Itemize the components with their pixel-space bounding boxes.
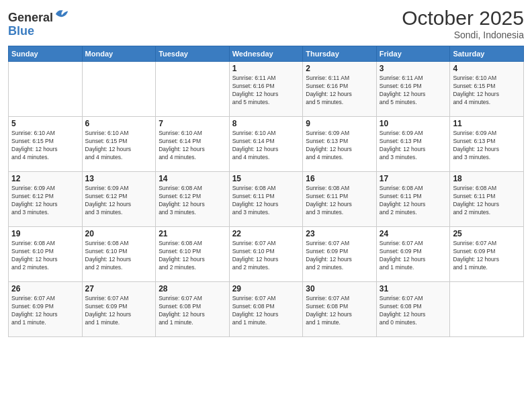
day-number: 1 (232, 64, 300, 73)
calendar-cell (9, 62, 83, 117)
logo-blue-text: Blue (8, 24, 34, 38)
day-number: 6 (85, 119, 153, 128)
day-number: 3 (380, 64, 447, 73)
day-info: Sunrise: 6:08 AM Sunset: 6:12 PM Dayligh… (159, 185, 226, 217)
month-title: October 2025 (402, 7, 524, 30)
header-friday: Friday (376, 46, 450, 62)
day-info: Sunrise: 6:10 AM Sunset: 6:15 PM Dayligh… (85, 130, 153, 162)
day-info: Sunrise: 6:07 AM Sunset: 6:09 PM Dayligh… (85, 295, 153, 327)
calendar-cell: 17Sunrise: 6:08 AM Sunset: 6:11 PM Dayli… (376, 172, 450, 227)
calendar-cell: 7Sunrise: 6:10 AM Sunset: 6:14 PM Daylig… (156, 117, 230, 172)
day-number: 15 (232, 174, 300, 183)
calendar-cell: 28Sunrise: 6:07 AM Sunset: 6:08 PM Dayli… (156, 282, 230, 337)
calendar-week-row: 26Sunrise: 6:07 AM Sunset: 6:09 PM Dayli… (9, 282, 524, 337)
calendar-cell: 13Sunrise: 6:09 AM Sunset: 6:12 PM Dayli… (82, 172, 156, 227)
calendar-week-row: 5Sunrise: 6:10 AM Sunset: 6:15 PM Daylig… (9, 117, 524, 172)
page-header: General Blue October 2025 Sondi, Indones… (8, 7, 524, 40)
day-info: Sunrise: 6:07 AM Sunset: 6:08 PM Dayligh… (159, 295, 226, 327)
day-number: 27 (85, 284, 153, 293)
header-wednesday: Wednesday (229, 46, 303, 62)
day-number: 23 (306, 229, 373, 238)
logo-general-text: General (8, 11, 53, 24)
day-number: 8 (232, 119, 300, 128)
calendar-cell: 15Sunrise: 6:08 AM Sunset: 6:11 PM Dayli… (229, 172, 303, 227)
header-tuesday: Tuesday (156, 46, 230, 62)
day-info: Sunrise: 6:10 AM Sunset: 6:14 PM Dayligh… (159, 130, 226, 162)
day-number: 17 (380, 174, 447, 183)
calendar-week-row: 1Sunrise: 6:11 AM Sunset: 6:16 PM Daylig… (9, 62, 524, 117)
day-info: Sunrise: 6:09 AM Sunset: 6:12 PM Dayligh… (11, 185, 79, 217)
calendar-cell: 30Sunrise: 6:07 AM Sunset: 6:08 PM Dayli… (303, 282, 377, 337)
day-info: Sunrise: 6:10 AM Sunset: 6:14 PM Dayligh… (232, 130, 300, 162)
day-number: 31 (380, 284, 447, 293)
day-number: 12 (11, 174, 79, 183)
day-info: Sunrise: 6:07 AM Sunset: 6:08 PM Dayligh… (380, 295, 447, 327)
calendar-cell: 1Sunrise: 6:11 AM Sunset: 6:16 PM Daylig… (229, 62, 303, 117)
day-number: 4 (453, 64, 521, 73)
calendar-table: Sunday Monday Tuesday Wednesday Thursday… (8, 46, 524, 337)
day-info: Sunrise: 6:08 AM Sunset: 6:10 PM Dayligh… (85, 240, 153, 272)
calendar-cell: 2Sunrise: 6:11 AM Sunset: 6:16 PM Daylig… (303, 62, 377, 117)
page-container: General Blue October 2025 Sondi, Indones… (0, 0, 532, 411)
calendar-cell: 26Sunrise: 6:07 AM Sunset: 6:09 PM Dayli… (9, 282, 83, 337)
day-info: Sunrise: 6:08 AM Sunset: 6:10 PM Dayligh… (159, 240, 226, 272)
calendar-cell: 14Sunrise: 6:08 AM Sunset: 6:12 PM Dayli… (156, 172, 230, 227)
day-info: Sunrise: 6:08 AM Sunset: 6:11 PM Dayligh… (306, 185, 373, 217)
logo-bird-icon (54, 7, 69, 21)
day-number: 30 (306, 284, 373, 293)
day-info: Sunrise: 6:07 AM Sunset: 6:09 PM Dayligh… (306, 240, 373, 272)
calendar-cell (82, 62, 156, 117)
day-info: Sunrise: 6:08 AM Sunset: 6:11 PM Dayligh… (232, 185, 300, 217)
day-number: 2 (306, 64, 373, 73)
day-number: 10 (380, 119, 447, 128)
header-saturday: Saturday (450, 46, 524, 62)
day-number: 13 (85, 174, 153, 183)
day-info: Sunrise: 6:07 AM Sunset: 6:09 PM Dayligh… (11, 295, 79, 327)
day-number: 9 (306, 119, 373, 128)
header-sunday: Sunday (9, 46, 83, 62)
day-number: 7 (159, 119, 226, 128)
logo: General Blue (8, 7, 69, 38)
calendar-cell: 22Sunrise: 6:07 AM Sunset: 6:10 PM Dayli… (229, 227, 303, 282)
day-info: Sunrise: 6:09 AM Sunset: 6:13 PM Dayligh… (453, 130, 521, 162)
location-subtitle: Sondi, Indonesia (402, 30, 524, 40)
calendar-cell: 16Sunrise: 6:08 AM Sunset: 6:11 PM Dayli… (303, 172, 377, 227)
day-info: Sunrise: 6:07 AM Sunset: 6:08 PM Dayligh… (306, 295, 373, 327)
calendar-cell: 21Sunrise: 6:08 AM Sunset: 6:10 PM Dayli… (156, 227, 230, 282)
day-info: Sunrise: 6:11 AM Sunset: 6:16 PM Dayligh… (306, 75, 373, 107)
day-info: Sunrise: 6:08 AM Sunset: 6:10 PM Dayligh… (11, 240, 79, 272)
day-info: Sunrise: 6:11 AM Sunset: 6:16 PM Dayligh… (232, 75, 300, 107)
calendar-cell: 10Sunrise: 6:09 AM Sunset: 6:13 PM Dayli… (376, 117, 450, 172)
day-info: Sunrise: 6:08 AM Sunset: 6:11 PM Dayligh… (453, 185, 521, 217)
day-info: Sunrise: 6:09 AM Sunset: 6:12 PM Dayligh… (85, 185, 153, 217)
calendar-cell: 23Sunrise: 6:07 AM Sunset: 6:09 PM Dayli… (303, 227, 377, 282)
calendar-cell: 31Sunrise: 6:07 AM Sunset: 6:08 PM Dayli… (376, 282, 450, 337)
calendar-week-row: 12Sunrise: 6:09 AM Sunset: 6:12 PM Dayli… (9, 172, 524, 227)
day-number: 21 (159, 229, 226, 238)
title-block: October 2025 Sondi, Indonesia (402, 7, 524, 40)
day-info: Sunrise: 6:10 AM Sunset: 6:15 PM Dayligh… (11, 130, 79, 162)
day-number: 26 (11, 284, 79, 293)
calendar-cell: 24Sunrise: 6:07 AM Sunset: 6:09 PM Dayli… (376, 227, 450, 282)
day-info: Sunrise: 6:09 AM Sunset: 6:13 PM Dayligh… (306, 130, 373, 162)
calendar-cell: 18Sunrise: 6:08 AM Sunset: 6:11 PM Dayli… (450, 172, 524, 227)
calendar-cell (450, 282, 524, 337)
calendar-cell: 9Sunrise: 6:09 AM Sunset: 6:13 PM Daylig… (303, 117, 377, 172)
day-number: 20 (85, 229, 153, 238)
day-info: Sunrise: 6:07 AM Sunset: 6:08 PM Dayligh… (232, 295, 300, 327)
day-number: 16 (306, 174, 373, 183)
day-number: 25 (453, 229, 521, 238)
day-info: Sunrise: 6:10 AM Sunset: 6:15 PM Dayligh… (453, 75, 521, 107)
calendar-week-row: 19Sunrise: 6:08 AM Sunset: 6:10 PM Dayli… (9, 227, 524, 282)
day-info: Sunrise: 6:07 AM Sunset: 6:09 PM Dayligh… (380, 240, 447, 272)
calendar-cell: 27Sunrise: 6:07 AM Sunset: 6:09 PM Dayli… (82, 282, 156, 337)
calendar-cell: 19Sunrise: 6:08 AM Sunset: 6:10 PM Dayli… (9, 227, 83, 282)
day-number: 11 (453, 119, 521, 128)
calendar-cell (156, 62, 230, 117)
calendar-cell: 4Sunrise: 6:10 AM Sunset: 6:15 PM Daylig… (450, 62, 524, 117)
day-number: 24 (380, 229, 447, 238)
calendar-cell: 6Sunrise: 6:10 AM Sunset: 6:15 PM Daylig… (82, 117, 156, 172)
day-number: 5 (11, 119, 79, 128)
day-number: 18 (453, 174, 521, 183)
calendar-cell: 11Sunrise: 6:09 AM Sunset: 6:13 PM Dayli… (450, 117, 524, 172)
